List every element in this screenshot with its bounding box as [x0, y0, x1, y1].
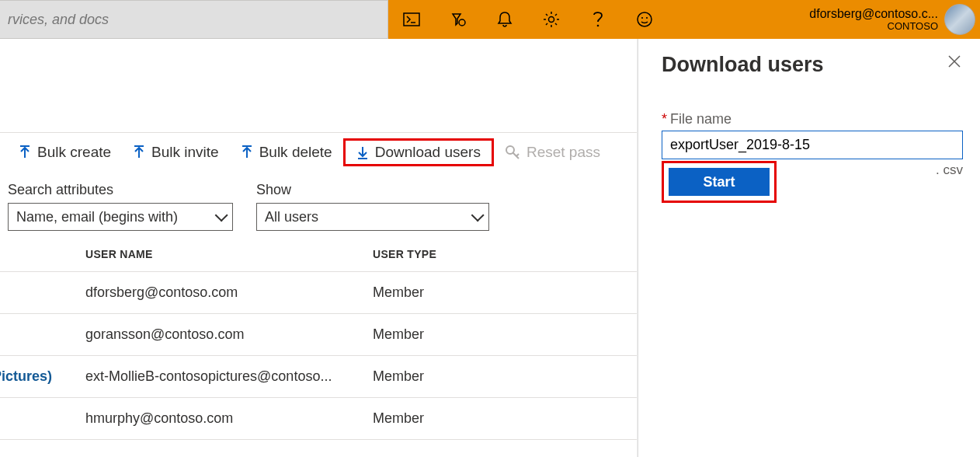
row-username: goransson@contoso.com — [85, 326, 373, 343]
show-filter: Show All users — [256, 182, 489, 231]
file-name-label: *File name — [662, 111, 963, 127]
key-icon — [505, 145, 520, 160]
notifications-icon[interactable] — [481, 0, 528, 39]
search-attributes-dropdown[interactable]: Name, email (begins with) — [8, 203, 233, 231]
download-users-panel: Download users *File name Start . csv — [638, 39, 980, 457]
download-users-button[interactable]: Download users — [343, 138, 494, 166]
search-attributes-label: Search attributes — [8, 182, 233, 198]
chevron-down-icon — [215, 209, 224, 225]
bulk-create-label: Bulk create — [37, 144, 111, 161]
cloud-shell-icon[interactable] — [388, 0, 435, 39]
search-input[interactable] — [6, 11, 381, 29]
search-attributes-filter: Search attributes Name, email (begins wi… — [8, 182, 233, 231]
start-button-label: Start — [703, 174, 735, 190]
col-usertype[interactable]: USER TYPE — [373, 248, 528, 260]
row-usertype: Member — [373, 410, 528, 427]
directory-filter-icon[interactable] — [435, 0, 481, 39]
svg-point-7 — [646, 17, 648, 19]
show-value: All users — [265, 209, 318, 225]
svg-point-6 — [641, 17, 643, 19]
chevron-down-icon — [471, 209, 481, 225]
search-box[interactable] — [0, 0, 388, 39]
bulk-invite-button[interactable]: Bulk invite — [122, 139, 230, 166]
download-users-label: Download users — [375, 144, 481, 161]
svg-point-4 — [597, 25, 599, 27]
avatar[interactable] — [944, 4, 975, 35]
row-usertype: Member — [373, 368, 528, 385]
close-icon[interactable] — [946, 53, 963, 73]
svg-rect-0 — [404, 13, 419, 26]
bulk-delete-button[interactable]: Bulk delete — [230, 139, 343, 166]
svg-point-5 — [638, 12, 652, 26]
search-attributes-value: Name, email (begins with) — [16, 209, 178, 225]
row-usertype: Member — [373, 284, 528, 301]
reset-password-button: Reset pass — [494, 139, 611, 166]
row-username: hmurphy@contoso.com — [85, 410, 373, 427]
account-area[interactable]: dforsberg@contoso.c... CONTOSO — [809, 0, 980, 39]
feedback-smiley-icon[interactable] — [621, 0, 668, 39]
file-extension: . csv — [936, 162, 963, 178]
panel-title: Download users — [662, 53, 824, 77]
account-tenant: CONTOSO — [809, 21, 938, 32]
start-button-highlight: Start — [662, 161, 777, 203]
upload-icon — [241, 145, 253, 159]
upload-icon — [19, 145, 31, 159]
top-bar: dforsberg@contoso.c... CONTOSO — [0, 0, 980, 39]
bulk-delete-label: Bulk delete — [259, 144, 332, 161]
svg-point-2 — [459, 19, 465, 26]
row-extra[interactable]: o Pictures) — [0, 368, 54, 385]
show-dropdown[interactable]: All users — [256, 203, 489, 231]
account-text: dforsberg@contoso.c... CONTOSO — [809, 7, 938, 32]
bulk-create-button[interactable]: Bulk create — [8, 139, 122, 166]
download-icon — [356, 145, 369, 159]
settings-gear-icon[interactable] — [528, 0, 575, 39]
topbar-icons — [388, 0, 668, 39]
row-usertype: Member — [373, 326, 528, 343]
reset-password-label: Reset pass — [526, 144, 600, 161]
row-username: ext-MollieB-contosopictures@contoso... — [85, 368, 373, 385]
file-name-input[interactable] — [662, 131, 963, 159]
row-username: dforsberg@contoso.com — [85, 284, 373, 301]
account-email: dforsberg@contoso.c... — [809, 7, 938, 21]
bulk-invite-label: Bulk invite — [151, 144, 219, 161]
show-label: Show — [256, 182, 489, 198]
svg-point-3 — [549, 17, 554, 23]
start-button[interactable]: Start — [669, 168, 770, 196]
help-icon[interactable] — [575, 0, 621, 39]
upload-icon — [133, 145, 145, 159]
col-username[interactable]: USER NAME — [85, 248, 373, 260]
